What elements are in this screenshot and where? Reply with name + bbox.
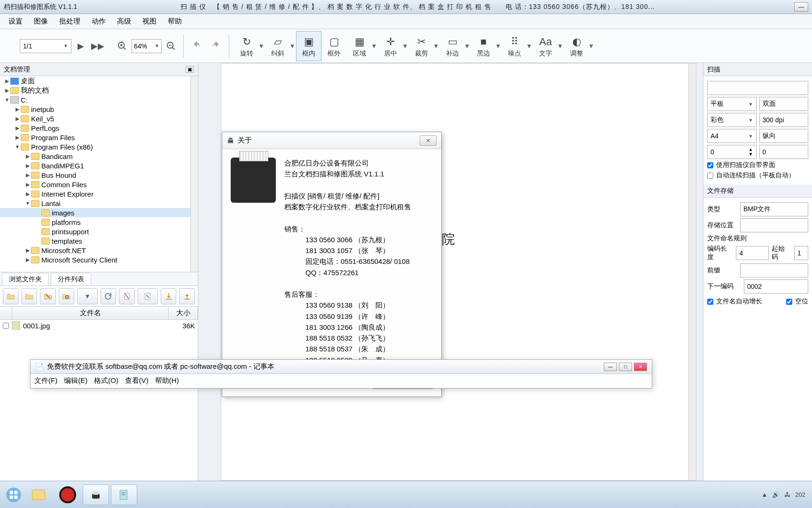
tool-dropdown[interactable]: ▾ — [290, 43, 296, 49]
tool-dropdown[interactable]: ▾ — [434, 43, 440, 49]
tree-item[interactable]: ▶Internet Explorer — [0, 189, 198, 198]
tool-dropdown[interactable]: ▾ — [589, 43, 595, 49]
next-input[interactable]: 0002 — [744, 279, 808, 294]
tree-scrollbar[interactable] — [190, 76, 198, 272]
export-button[interactable] — [179, 288, 195, 304]
prefix-input[interactable] — [740, 263, 808, 278]
tool-噪点[interactable]: ⠿噪点 — [502, 31, 527, 61]
tree-item[interactable]: ▶Microsoft.NET — [0, 246, 198, 255]
menu-动作[interactable]: 动作 — [86, 15, 111, 28]
edit-file-button[interactable] — [138, 288, 158, 304]
dialog-titlebar[interactable]: 🖶 关于 ✕ — [222, 132, 441, 149]
open-folder-button[interactable] — [22, 288, 38, 304]
tree-item[interactable]: ▶PerfLogs — [0, 123, 198, 133]
nav-prev-button[interactable] — [3, 39, 18, 54]
page-input[interactable]: 1/1 ▼ — [20, 39, 71, 53]
np-close-button[interactable]: ✕ — [634, 363, 647, 371]
fast-forward-button[interactable]: ▶▶ — [90, 39, 105, 54]
tab-分件列表[interactable]: 分件列表 — [51, 273, 91, 286]
tool-dropdown[interactable]: ▾ — [259, 43, 265, 49]
task-notepad[interactable] — [111, 484, 137, 505]
undo-button[interactable] — [188, 39, 205, 54]
tool-区域[interactable]: ▦区域 — [347, 31, 372, 61]
menu-设置[interactable]: 设置 — [3, 15, 28, 28]
tree-item[interactable]: printsupport — [0, 227, 198, 236]
expander-icon[interactable]: ▶ — [14, 135, 21, 141]
tree-item[interactable]: ▶我的文档 — [0, 86, 198, 95]
tool-补边[interactable]: ▭补边 — [440, 31, 465, 61]
notepad-window[interactable]: 📄 免费软件交流联系 softbase@qq.com 或者 pc-softwar… — [30, 359, 652, 389]
tree-item[interactable]: ▶BandiMPEG1 — [0, 161, 198, 170]
tree-item[interactable]: ▶Bus Hound — [0, 170, 198, 180]
tray-up-icon[interactable]: ▲ — [761, 491, 767, 498]
play-button[interactable]: ▶ — [73, 39, 88, 54]
menu-帮助[interactable]: 帮助 — [162, 15, 187, 28]
tree-item[interactable]: ▶Bandicam — [0, 151, 198, 161]
delete-file-button[interactable] — [119, 288, 135, 304]
taskbar[interactable]: ▲ 🔊 🖧 202 — [0, 481, 812, 508]
tool-文字[interactable]: Aa文字 — [533, 31, 558, 61]
tree-item[interactable]: ▶Microsoft Security Client — [0, 255, 198, 264]
expander-icon[interactable]: ▶ — [4, 78, 10, 84]
folder-tree[interactable]: ▶桌面▶我的文档▼C:▶inetpub▶Keil_v5▶PerfLogs▶Pro… — [0, 76, 198, 272]
np-menu-item[interactable]: 文件(F) — [34, 376, 57, 385]
tree-item[interactable]: ▼Lantai — [0, 198, 198, 208]
tool-dropdown[interactable]: ▾ — [465, 43, 471, 49]
autoinc-checkbox[interactable]: 文件名自动增长 — [707, 297, 762, 306]
file-header-size[interactable]: 大小 — [169, 307, 198, 319]
tool-dropdown[interactable]: ▾ — [496, 43, 502, 49]
start-input[interactable]: 1 — [794, 246, 808, 260]
tool-框外[interactable]: ▢框外 — [321, 31, 347, 61]
menu-高级[interactable]: 高级 — [111, 15, 137, 28]
expander-icon[interactable]: ▼ — [4, 97, 10, 103]
tool-dropdown[interactable]: ▾ — [558, 43, 564, 49]
tool-dropdown[interactable]: ▾ — [403, 43, 409, 49]
duplex-select[interactable]: 双面 — [759, 97, 809, 111]
menu-视图[interactable]: 视图 — [137, 15, 162, 28]
zoom-input[interactable]: 64% ▼ — [132, 39, 162, 53]
zoom-out-button[interactable] — [164, 39, 179, 54]
expander-icon[interactable]: ▶ — [14, 106, 21, 112]
dpi-select[interactable]: 300 dpi — [759, 113, 809, 127]
np-menu-item[interactable]: 编辑(E) — [64, 376, 87, 385]
np-min-button[interactable]: — — [604, 363, 617, 371]
tool-纠斜[interactable]: ▱纠斜 — [265, 31, 290, 61]
tree-item[interactable]: images — [0, 208, 198, 217]
orientation-select[interactable]: 纵向 — [759, 129, 809, 143]
tree-item[interactable]: ▶Common Files — [0, 180, 198, 189]
paper-select[interactable]: A4▼ — [707, 129, 757, 143]
tree-item[interactable]: ▼Program Files (x86) — [0, 142, 198, 151]
panel-collapse-icon[interactable]: ▣ — [186, 66, 194, 73]
tree-item[interactable]: ▶桌面 — [0, 76, 198, 86]
expander-icon[interactable]: ▶ — [24, 172, 31, 178]
expander-icon[interactable]: ▶ — [24, 247, 31, 254]
network-icon[interactable]: 🖧 — [784, 491, 790, 498]
tool-旋转[interactable]: ↻旋转 — [234, 31, 259, 61]
tree-item[interactable]: ▶inetpub — [0, 104, 198, 114]
import-button[interactable] — [161, 288, 177, 304]
np-menu-item[interactable]: 格式(O) — [94, 376, 118, 385]
delete-folder-button[interactable] — [40, 288, 56, 304]
tree-item[interactable]: ▶Program Files — [0, 133, 198, 142]
canvas-scrollbar[interactable] — [688, 64, 696, 480]
search-folder-button[interactable] — [59, 288, 75, 304]
np-menu-item[interactable]: 帮助(H) — [155, 376, 179, 385]
volume-icon[interactable]: 🔊 — [772, 491, 780, 498]
expander-icon[interactable]: ▶ — [4, 87, 10, 94]
menu-批处理[interactable]: 批处理 — [54, 15, 86, 28]
tool-dropdown[interactable]: ▾ — [372, 43, 378, 49]
expander-icon[interactable]: ▼ — [24, 200, 31, 206]
file-checkbox[interactable] — [3, 323, 9, 329]
color-select[interactable]: 彩色▼ — [707, 113, 757, 127]
filetype-select[interactable]: BMP文件 — [740, 202, 808, 216]
expander-icon[interactable]: ▶ — [14, 125, 21, 131]
task-explorer[interactable] — [26, 484, 53, 505]
np-max-button[interactable]: □ — [619, 363, 632, 371]
np-menu-item[interactable]: 查看(V) — [125, 376, 148, 385]
scanner-select[interactable] — [707, 81, 808, 95]
auto-scan-checkbox[interactable]: 自动连续扫描（平板自动） — [707, 171, 808, 180]
expander-icon[interactable]: ▶ — [24, 257, 31, 263]
path-input[interactable] — [740, 218, 808, 232]
system-tray[interactable]: ▲ 🔊 🖧 202 — [761, 491, 809, 498]
tree-item[interactable]: ▼C: — [0, 95, 198, 104]
